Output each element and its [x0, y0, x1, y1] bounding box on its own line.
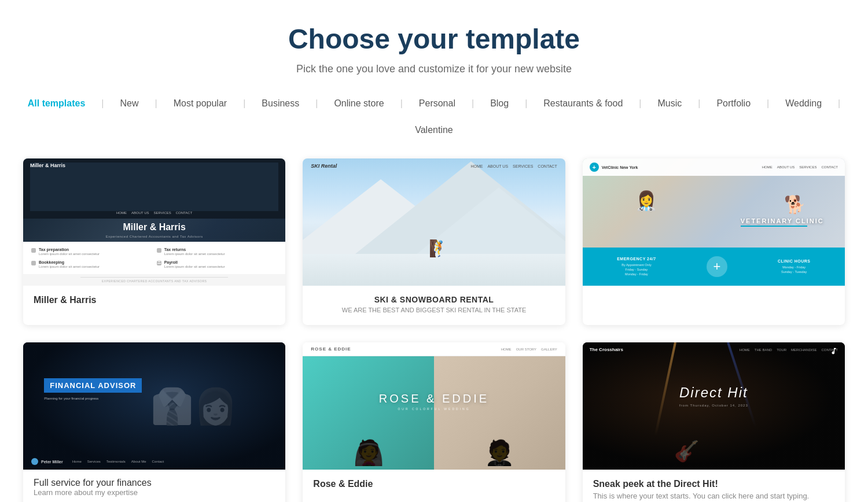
- vet-hours: CLINIC HOURS Monday - FridaySunday - Tue…: [778, 259, 811, 275]
- card-caption-wedding: Rose & Eddie: [303, 470, 565, 502]
- card-image-financial: 👔👩 FINANCIAL ADVISOR Planning for your f…: [23, 342, 285, 470]
- card-image-ski: 🧗 SKI Rental HOME ABOUT US SERVICES CONT…: [303, 158, 565, 286]
- filter-blog[interactable]: Blog: [490, 98, 509, 109]
- ski-logo: SKI Rental: [311, 163, 337, 169]
- template-card-financial[interactable]: 👔👩 FINANCIAL ADVISOR Planning for your f…: [23, 342, 285, 502]
- ski-header: SKI Rental HOME ABOUT US SERVICES CONTAC…: [303, 158, 565, 174]
- filter-music[interactable]: Music: [657, 98, 682, 109]
- music-band-name: The Crosshairs: [590, 347, 623, 352]
- miller-card-title: Miller & Harris: [34, 295, 275, 305]
- music-top-bar: The Crosshairs HOME THE BAND TOUR MERCHA…: [583, 342, 845, 357]
- finance-people-bg: 👔👩: [102, 342, 285, 470]
- music-nav: HOME THE BAND TOUR MERCHANDISE CONTACT: [740, 348, 838, 352]
- vet-top-header: + VetClinic New York HOME ABOUT US SERVI…: [583, 158, 845, 176]
- music-note-icon: [830, 347, 838, 357]
- ski-person-icon: 🧗: [429, 239, 449, 258]
- template-card-ski-rental[interactable]: 🧗 SKI Rental HOME ABOUT US SERVICES CONT…: [303, 158, 565, 325]
- bride-figure-icon: 👰: [354, 438, 384, 467]
- filter-personal[interactable]: Personal: [419, 98, 455, 109]
- finance-bottom: Peter Miller Home Services Testimonials …: [23, 453, 285, 470]
- miller-company-name: Miller & Harris: [123, 222, 185, 232]
- filter-new[interactable]: New: [120, 98, 138, 109]
- card-caption-miller: Miller & Harris: [23, 286, 285, 319]
- card-image-miller: Miller & Harris HOME ABOUT US SERVICES C…: [23, 158, 285, 286]
- vet-logo: + VetClinic New York: [590, 163, 638, 172]
- music-card-title: Sneak peek at the Direct Hit!: [593, 479, 834, 489]
- financial-card-subtitle: Learn more about my expertise: [34, 488, 275, 497]
- vet-card-title: [593, 295, 834, 304]
- filter-wedding[interactable]: Wedding: [785, 98, 822, 109]
- wedding-center-text: ROSE & EDDIE OUR COLORFUL WEDDING: [379, 392, 489, 411]
- template-card-music[interactable]: The Crosshairs HOME THE BAND TOUR MERCHA…: [583, 342, 845, 502]
- groom-figure-icon: 🤵: [484, 438, 514, 467]
- filter-business[interactable]: Business: [262, 98, 299, 109]
- wedding-left-panel: 👰: [303, 356, 434, 470]
- vet-clinic-overlay: VETERINARY CLINIC: [741, 217, 824, 227]
- music-card-subtitle: This is where your text starts. You can …: [593, 492, 834, 502]
- miller-logo: Miller & Harris: [30, 163, 278, 211]
- vet-emergency: EMERGENCY 24/7 By Appointment OnlyFriday…: [617, 257, 656, 277]
- wedding-nav: HOME OUR STORY GALLERY: [501, 348, 557, 351]
- miller-company-sub: Experienced Chartered Accountants and Ta…: [106, 235, 203, 238]
- card-image-vet: VETERINARY CLINIC + VetClinic New York H…: [583, 158, 845, 286]
- wedding-photo-area: 👰 🤵 ROSE & EDDIE OUR COLORFUL WEDDING: [303, 356, 565, 470]
- vet-plus-icon: +: [590, 163, 599, 172]
- ski-card-subtitle: WE ARE THE BEST AND BIGGEST SKI RENTAL I…: [313, 307, 554, 313]
- vet-nav: HOME ABOUT US SERVICES CONTACT: [762, 165, 838, 169]
- filter-restaurants[interactable]: Restaurants & food: [543, 98, 623, 109]
- ski-card-title: SKI & SNOWBOARD RENTAL: [313, 295, 554, 304]
- card-image-music: The Crosshairs HOME THE BAND TOUR MERCHA…: [583, 342, 845, 470]
- financial-card-title: Full service for your finances: [34, 478, 275, 488]
- wedding-card-title: Rose & Eddie: [313, 479, 554, 489]
- template-card-vet-clinic[interactable]: VETERINARY CLINIC + VetClinic New York H…: [583, 158, 845, 325]
- page-subtitle: Pick the one you love and customize it f…: [23, 63, 845, 75]
- wedding-right-panel: 🤵: [434, 356, 565, 470]
- filter-nav: All templates | New | Most popular | Bus…: [23, 98, 845, 135]
- wedding-top-bar: ROSE & EDDIE HOME OUR STORY GALLERY: [303, 342, 565, 356]
- filter-portfolio[interactable]: Portfolio: [716, 98, 751, 109]
- page-header: Choose your template Pick the one you lo…: [23, 23, 845, 75]
- filter-online-store[interactable]: Online store: [334, 98, 384, 109]
- vet-plus-big-icon: +: [707, 256, 727, 277]
- card-caption-ski: SKI & SNOWBOARD RENTAL WE ARE THE BEST A…: [303, 286, 565, 325]
- filter-all-templates[interactable]: All templates: [28, 98, 86, 109]
- ski-nav: HOME ABOUT US SERVICES CONTACT: [470, 164, 557, 168]
- template-card-wedding[interactable]: ROSE & EDDIE HOME OUR STORY GALLERY 👰: [303, 342, 565, 502]
- template-card-miller-harris[interactable]: Miller & Harris HOME ABOUT US SERVICES C…: [23, 158, 285, 325]
- finance-nav: Home Services Testimonials About Me Cont…: [72, 460, 164, 463]
- finance-logo: Peter Miller: [31, 458, 63, 465]
- templates-grid: Miller & Harris HOME ABOUT US SERVICES C…: [23, 158, 845, 502]
- card-image-wedding: ROSE & EDDIE HOME OUR STORY GALLERY 👰: [303, 342, 565, 470]
- music-center: Direct Hit from Thursday, October 14, 20…: [609, 385, 819, 407]
- page-wrapper: Choose your template Pick the one you lo…: [0, 0, 868, 502]
- wedding-brand: ROSE & EDDIE: [311, 346, 351, 352]
- filter-valentine[interactable]: Valentine: [415, 125, 453, 135]
- finance-heading: FINANCIAL ADVISOR Planning for your fina…: [44, 378, 142, 401]
- card-caption-music: Sneak peek at the Direct Hit! This is wh…: [583, 470, 845, 502]
- filter-most-popular[interactable]: Most popular: [174, 98, 227, 109]
- page-title: Choose your template: [23, 23, 845, 55]
- card-caption-financial: Full service for your finances Learn mor…: [23, 470, 285, 502]
- musician-icon: 🎸: [674, 440, 700, 463]
- vet-bottom-bar: EMERGENCY 24/7 By Appointment OnlyFriday…: [583, 248, 845, 286]
- card-caption-vet: [583, 286, 845, 318]
